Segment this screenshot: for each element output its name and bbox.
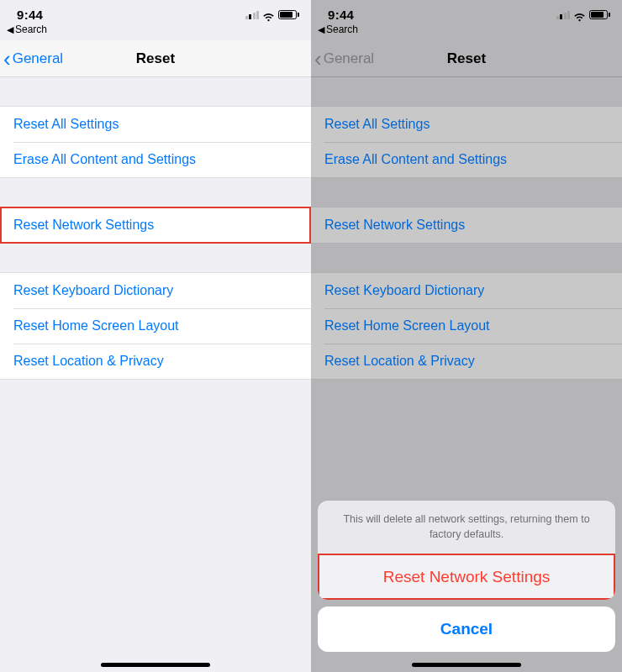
wifi-icon	[573, 10, 586, 19]
back-triangle-icon: ◀	[318, 24, 324, 35]
cell-signal-icon	[245, 10, 260, 19]
chevron-left-icon: ‹	[3, 48, 11, 70]
row-erase-all-content[interactable]: Erase All Content and Settings	[0, 142, 311, 177]
status-bar: 9:44	[0, 0, 311, 24]
row-erase-all-content: Erase All Content and Settings	[311, 142, 622, 177]
battery-icon	[278, 10, 299, 19]
row-reset-home-screen-layout: Reset Home Screen Layout	[311, 308, 622, 344]
action-sheet-confirm[interactable]: Reset Network Settings	[318, 554, 615, 600]
action-sheet: This will delete all network settings, r…	[318, 501, 615, 652]
row-reset-network-settings: Reset Network Settings	[311, 207, 622, 243]
nav-back-label: General	[324, 50, 374, 67]
back-to-search[interactable]: ◀ Search	[311, 24, 622, 40]
settings-group-1: Reset All Settings Erase All Content and…	[0, 106, 311, 178]
chevron-left-icon: ‹	[314, 48, 322, 70]
settings-group-2: Reset Network Settings	[311, 207, 622, 244]
row-reset-network-settings[interactable]: Reset Network Settings	[0, 207, 311, 243]
row-reset-all-settings: Reset All Settings	[311, 107, 622, 142]
wifi-icon	[262, 10, 275, 19]
status-time: 9:44	[328, 8, 354, 22]
home-indicator[interactable]	[412, 663, 521, 667]
row-reset-keyboard-dictionary[interactable]: Reset Keyboard Dictionary	[0, 273, 311, 308]
nav-back-button: ‹ General	[311, 48, 374, 70]
battery-icon	[589, 10, 610, 19]
row-reset-keyboard-dictionary: Reset Keyboard Dictionary	[311, 273, 622, 308]
cell-signal-icon	[556, 10, 571, 19]
settings-group-1: Reset All Settings Erase All Content and…	[311, 106, 622, 178]
nav-back-button[interactable]: ‹ General	[0, 48, 63, 70]
row-reset-location-privacy: Reset Location & Privacy	[311, 344, 622, 379]
action-sheet-cancel[interactable]: Cancel	[318, 606, 615, 652]
phone-left: 9:44 ◀ Search ‹ General Reset Reset All …	[0, 0, 311, 672]
row-reset-all-settings[interactable]: Reset All Settings	[0, 107, 311, 142]
row-reset-home-screen-layout[interactable]: Reset Home Screen Layout	[0, 308, 311, 344]
phone-right: 9:44 ◀ Search ‹ General Reset Reset All …	[311, 0, 622, 672]
nav-bar: ‹ General Reset	[311, 40, 622, 77]
settings-group-3: Reset Keyboard Dictionary Reset Home Scr…	[311, 272, 622, 380]
status-bar: 9:44	[311, 0, 622, 24]
status-time: 9:44	[17, 8, 43, 22]
nav-back-label: General	[13, 50, 63, 67]
row-reset-location-privacy[interactable]: Reset Location & Privacy	[0, 344, 311, 379]
back-to-search[interactable]: ◀ Search	[0, 24, 311, 40]
settings-group-3: Reset Keyboard Dictionary Reset Home Scr…	[0, 272, 311, 380]
nav-bar: ‹ General Reset	[0, 40, 311, 77]
home-indicator[interactable]	[101, 663, 210, 667]
settings-group-2: Reset Network Settings	[0, 207, 311, 244]
back-triangle-icon: ◀	[7, 24, 13, 35]
action-sheet-message: This will delete all network settings, r…	[318, 501, 615, 554]
